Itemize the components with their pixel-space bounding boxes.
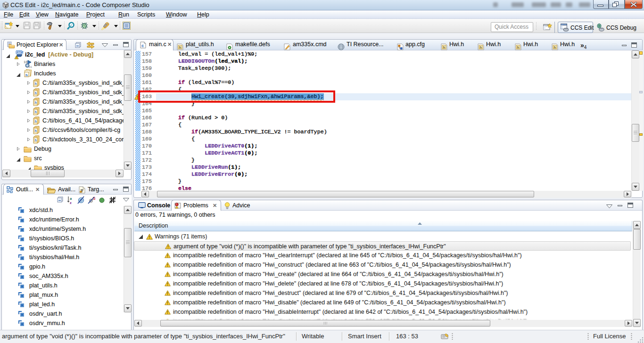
svg-text:c: c (141, 44, 144, 49)
svg-text:h: h (35, 101, 37, 104)
svg-text:z: z (70, 200, 72, 204)
svg-text:h: h (517, 45, 520, 49)
svg-text:h: h (35, 91, 37, 95)
svg-text:h: h (443, 45, 446, 49)
svg-text:h: h (554, 45, 556, 49)
svg-text:h: h (35, 129, 37, 132)
svg-text:h: h (35, 110, 37, 114)
svg-text:h: h (35, 139, 37, 142)
svg-text:h: h (35, 82, 37, 85)
svg-text:h: h (35, 120, 37, 123)
svg-text:h: h (480, 45, 482, 49)
svg-text:h: h (179, 45, 182, 49)
